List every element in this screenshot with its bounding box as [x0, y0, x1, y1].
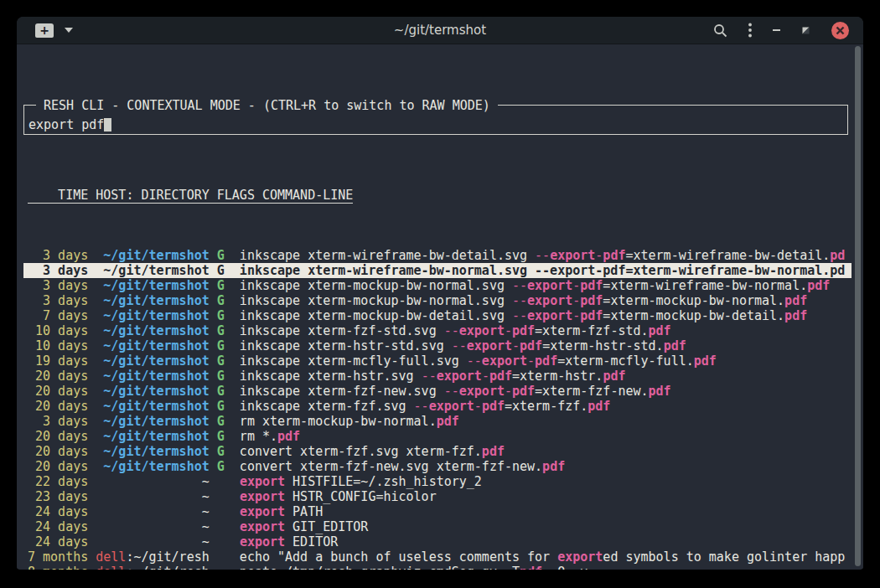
minimize-icon	[773, 29, 780, 31]
table-header: TIME HOST: DIRECTORY FLAGS COMMAND-LINE	[28, 188, 863, 203]
history-row[interactable]: 20 days ~/git/termshot G rm *.pdf	[28, 429, 863, 444]
kebab-menu-icon	[748, 23, 752, 38]
history-row[interactable]: 7 months dell:~/git/resh echo "Add a bun…	[28, 549, 863, 565]
history-row[interactable]: 3 days ~/git/termshot G rm xterm-mockup-…	[28, 414, 863, 429]
history-row[interactable]: 20 days ~/git/termshot G convert xterm-f…	[28, 444, 863, 459]
history-row[interactable]: 24 days ~ export PATH	[28, 504, 863, 519]
history-row[interactable]: 19 days ~/git/termshot G inkscape xterm-…	[28, 353, 863, 369]
history-row[interactable]: 24 days ~ export EDITOR	[28, 534, 863, 549]
history-row[interactable]: 20 days ~/git/termshot G convert xterm-f…	[28, 459, 863, 474]
search-icon	[713, 23, 727, 38]
history-row[interactable]: 24 days ~ export GIT_EDITOR	[28, 519, 863, 534]
text-cursor	[104, 118, 111, 132]
history-row[interactable]: 23 days ~ export HSTR_CONFIG=hicolor	[28, 489, 863, 504]
history-row[interactable]: 20 days ~/git/termshot G inkscape xterm-…	[28, 369, 863, 384]
titlebar: + ~/git/termshot	[17, 17, 863, 44]
terminal-window: + ~/git/termshot	[17, 17, 863, 570]
history-row[interactable]: 20 days ~/git/termshot G inkscape xterm-…	[28, 384, 863, 399]
minimize-button[interactable]	[773, 29, 780, 31]
history-row[interactable]: 3 days ~/git/termshot G inkscape xterm-w…	[28, 248, 863, 263]
search-query-text: export pdf	[28, 117, 104, 132]
history-row[interactable]: 22 days ~ export HISTFILE=~/.zsh_history…	[28, 474, 863, 489]
history-row[interactable]: 10 days ~/git/termshot G inkscape xterm-…	[28, 323, 863, 338]
search-input[interactable]: export pdf	[28, 117, 111, 132]
resh-search-box: RESH CLI - CONTEXTUAL MODE - (CTRL+R to …	[23, 105, 848, 135]
history-row[interactable]: 7 days ~/git/termshot G inkscape xterm-m…	[28, 308, 863, 323]
history-list: 3 days ~/git/termshot G inkscape xterm-w…	[28, 248, 863, 570]
search-button[interactable]	[713, 23, 727, 38]
menu-button[interactable]	[748, 23, 752, 38]
history-row[interactable]: 8 months dell:~/git/resh neato /tmp/resh…	[28, 565, 863, 570]
history-row[interactable]: 20 days ~/git/termshot G inkscape xterm-…	[28, 399, 863, 414]
history-row[interactable]: 3 days ~/git/termshot G inkscape xterm-m…	[28, 278, 863, 293]
search-box-title: RESH CLI - CONTEXTUAL MODE - (CTRL+R to …	[36, 98, 498, 113]
close-icon	[836, 26, 845, 35]
history-row[interactable]: 3 days ~/git/termshot G inkscape xterm-m…	[28, 293, 863, 308]
terminal-content: RESH CLI - CONTEXTUAL MODE - (CTRL+R to …	[17, 44, 863, 569]
history-row-selected[interactable]: 3 days ~/git/termshot G inkscape xterm-w…	[23, 263, 852, 278]
history-row[interactable]: 10 days ~/git/termshot G inkscape xterm-…	[28, 338, 863, 353]
close-button[interactable]	[831, 22, 849, 39]
restore-icon	[801, 26, 810, 35]
scrollbar[interactable]	[855, 46, 861, 566]
restore-button[interactable]	[801, 26, 810, 35]
